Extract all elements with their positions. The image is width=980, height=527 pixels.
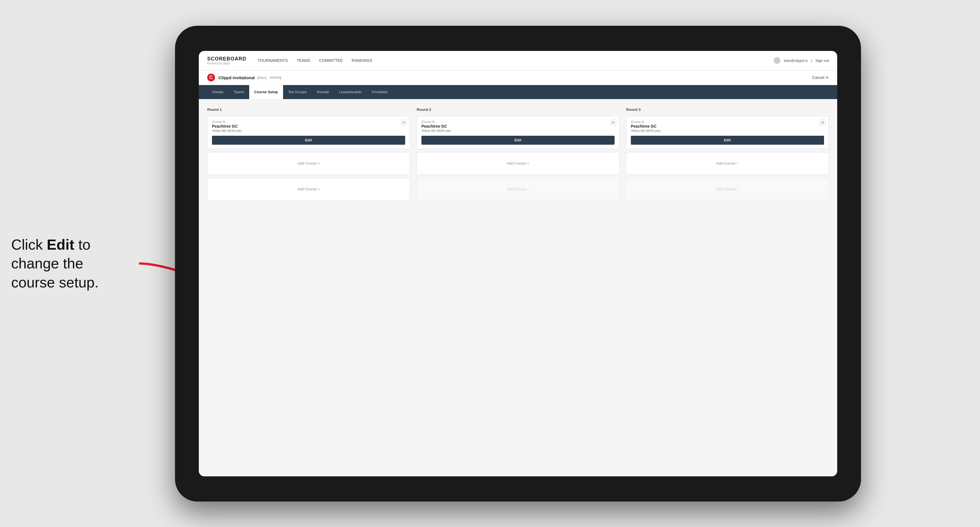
- user-email: blair@clippd.io: [784, 59, 808, 63]
- add-course-round1-2[interactable]: Add Course +: [207, 178, 410, 200]
- tournament-status: Hosting: [270, 76, 282, 79]
- round-2-title: Round 2: [417, 108, 619, 112]
- add-course-text-round2-2: Add Course +: [507, 187, 529, 191]
- course-name-round1-a: Peachtree GC: [212, 124, 405, 129]
- tab-course-setup[interactable]: Course Setup: [249, 85, 283, 99]
- tournament-bar: C Clippd Invitational (Men) Hosting Canc…: [199, 70, 837, 85]
- tabs-bar: Details Teams Course Setup Tee Groups Re…: [199, 85, 837, 99]
- round-1-column: Round 1 ⊟ (Course A) Peachtree GC Yellow…: [207, 108, 410, 200]
- round-3-column: Round 3 ⊟ (Course A) Peachtree GC Yellow…: [626, 108, 829, 200]
- round-1-title: Round 1: [207, 108, 410, 112]
- delete-course-round2-a[interactable]: ⊟: [610, 119, 616, 125]
- add-course-text-round1-2: Add Course +: [298, 187, 320, 191]
- edit-button-round1-a[interactable]: Edit: [212, 136, 405, 145]
- instruction-text: Click Edit tochange thecourse setup.: [11, 235, 99, 292]
- add-course-round1-1[interactable]: Add Course +: [207, 152, 410, 175]
- course-details-round3-a: Yellow (M) (6629 yds): [631, 129, 824, 132]
- add-course-round2-2: Add Course +: [417, 178, 619, 200]
- delete-course-round3-a[interactable]: ⊟: [819, 119, 826, 125]
- course-card-round3-a: ⊟ (Course A) Peachtree GC Yellow (M) (66…: [626, 116, 829, 149]
- course-label-round3-a: (Course A): [631, 121, 824, 124]
- edit-button-round2-a[interactable]: Edit: [422, 136, 615, 145]
- logo-scoreboard: SCOREBOARD: [207, 56, 247, 62]
- course-label-round1-a: (Course A): [212, 121, 405, 124]
- main-content: Round 1 ⊟ (Course A) Peachtree GC Yellow…: [199, 99, 837, 476]
- tab-teams[interactable]: Teams: [229, 85, 249, 99]
- user-avatar: [774, 57, 780, 64]
- logo-sub: Powered by clippd: [207, 62, 247, 65]
- nav-committee[interactable]: COMMITTEE: [319, 58, 343, 63]
- top-nav: SCOREBOARD Powered by clippd TOURNAMENTS…: [199, 51, 837, 70]
- course-name-round3-a: Peachtree GC: [631, 124, 824, 129]
- tab-tee-groups[interactable]: Tee Groups: [283, 85, 312, 99]
- course-details-round2-a: Yellow (M) (6629 yds): [422, 129, 615, 132]
- instruction-bold: Edit: [47, 236, 74, 252]
- add-course-round3-2: Add Course +: [626, 178, 829, 200]
- tournament-logo: C: [207, 74, 215, 81]
- tab-details[interactable]: Details: [207, 85, 229, 99]
- tournament-gender: (Men): [257, 76, 267, 80]
- tablet-screen: SCOREBOARD Powered by clippd TOURNAMENTS…: [199, 51, 837, 476]
- tab-leaderboards[interactable]: Leaderboards: [334, 85, 366, 99]
- add-course-round3-1[interactable]: Add Course +: [626, 152, 829, 175]
- course-details-round1-a: Yellow (M) (6629 yds): [212, 129, 405, 132]
- add-course-round2-1[interactable]: Add Course +: [417, 152, 619, 175]
- course-card-round1-a: ⊟ (Course A) Peachtree GC Yellow (M) (66…: [207, 116, 410, 149]
- delete-course-round1-a[interactable]: ⊟: [401, 119, 407, 125]
- round-3-title: Round 3: [626, 108, 829, 112]
- sign-out-link[interactable]: Sign out: [815, 59, 829, 63]
- add-course-text-round3-1: Add Course +: [716, 161, 739, 165]
- add-course-text-round3-2: Add Course +: [716, 187, 739, 191]
- course-label-round2-a: (Course A): [422, 121, 615, 124]
- nav-rankings[interactable]: RANKINGS: [352, 58, 372, 63]
- tournament-name: Clippd Invitational: [218, 75, 255, 80]
- cancel-button[interactable]: Cancel ✕: [812, 75, 829, 80]
- add-course-text-round2-1: Add Course +: [507, 161, 529, 165]
- round-2-column: Round 2 ⊟ (Course A) Peachtree GC Yellow…: [417, 108, 619, 200]
- nav-tournaments[interactable]: TOURNAMENTS: [258, 58, 288, 63]
- rounds-grid: Round 1 ⊟ (Course A) Peachtree GC Yellow…: [207, 108, 829, 200]
- add-course-text-round1-1: Add Course +: [298, 161, 320, 165]
- nav-links: TOURNAMENTS TEAMS COMMITTEE RANKINGS: [258, 58, 774, 63]
- tab-printables[interactable]: Printables: [366, 85, 393, 99]
- instruction-prefix: Click: [11, 236, 47, 252]
- logo-area: SCOREBOARD Powered by clippd: [207, 56, 247, 65]
- nav-right: blair@clippd.io | Sign out: [774, 57, 829, 64]
- nav-teams[interactable]: TEAMS: [297, 58, 310, 63]
- course-name-round2-a: Peachtree GC: [422, 124, 615, 129]
- nav-separator: |: [811, 59, 812, 63]
- tab-results[interactable]: Results: [312, 85, 334, 99]
- tablet-shell: SCOREBOARD Powered by clippd TOURNAMENTS…: [175, 26, 861, 502]
- edit-button-round3-a[interactable]: Edit: [631, 136, 824, 145]
- course-card-round2-a: ⊟ (Course A) Peachtree GC Yellow (M) (66…: [417, 116, 619, 149]
